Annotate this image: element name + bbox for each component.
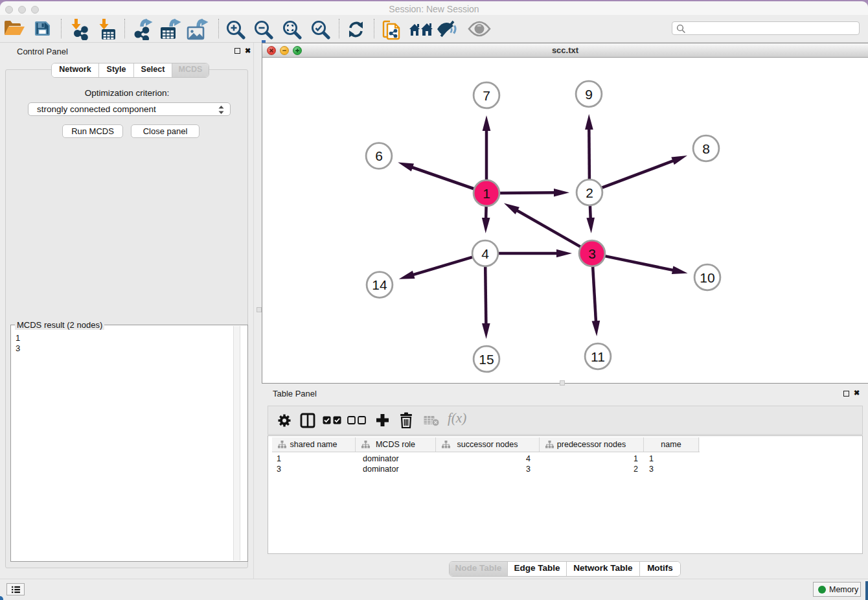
svg-text:11: 11 — [591, 349, 605, 364]
svg-text:4: 4 — [481, 246, 489, 261]
svg-text:8: 8 — [702, 141, 710, 156]
svg-text:2: 2 — [586, 185, 593, 200]
svg-text:10: 10 — [700, 270, 714, 285]
svg-text:1: 1 — [483, 186, 490, 201]
svg-text:6: 6 — [375, 148, 383, 163]
svg-text:14: 14 — [372, 277, 387, 292]
svg-text:7: 7 — [483, 88, 490, 103]
svg-text:3: 3 — [588, 246, 596, 261]
svg-text:9: 9 — [585, 87, 593, 102]
svg-text:15: 15 — [479, 352, 494, 367]
